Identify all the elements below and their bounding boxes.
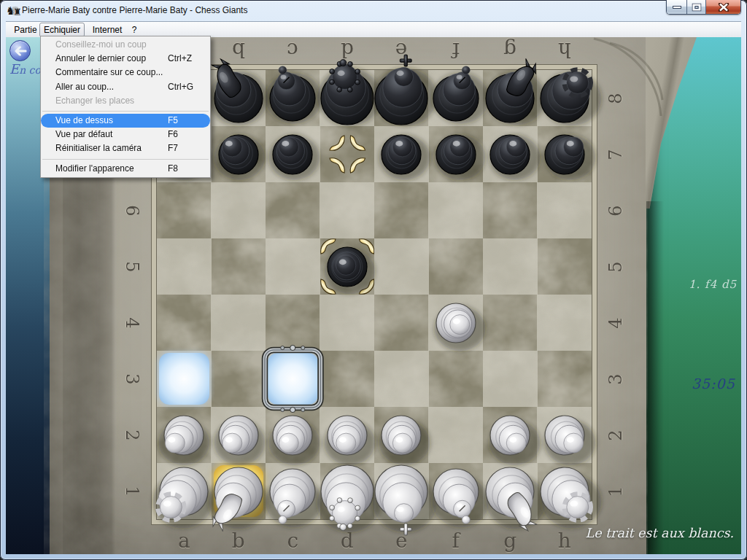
file-label-bottom-d: d — [340, 529, 355, 553]
menu-separator — [41, 108, 210, 114]
minimize-button[interactable] — [667, 0, 687, 14]
back-arrow-icon — [14, 46, 26, 55]
rank-label-right-2: 2 — [606, 426, 625, 445]
rank-label-right-6: 6 — [606, 201, 625, 220]
menu-shortcut: F8 — [168, 162, 178, 176]
rank-label-right-7: 7 — [606, 145, 625, 164]
back-button[interactable] — [9, 40, 31, 61]
menu-item-commentaire-sur-ce-coup[interactable]: Commentaire sur ce coup... — [41, 66, 210, 79]
rank-label-right-1: 1 — [606, 482, 625, 501]
file-label-top-d: d — [340, 38, 355, 62]
file-label-bottom-a: a — [177, 529, 191, 553]
file-label-top-f: f — [449, 38, 463, 62]
menu-shortcut: F6 — [168, 128, 178, 141]
rank-label-left-1: 1 — [123, 482, 142, 501]
menu-separator — [41, 156, 210, 162]
file-label-bottom-g: g — [503, 529, 517, 553]
file-label-top-c: c — [285, 38, 300, 62]
menu-item-conseillez-moi-un-coup[interactable]: Conseillez-moi un coup — [41, 38, 210, 52]
menu-item-aller-au-coup[interactable]: Aller au coup...Ctrl+G — [41, 80, 210, 94]
menubar-item-internet[interactable]: Internet — [88, 23, 126, 37]
rank-label-left-2: 2 — [123, 426, 142, 445]
board-grid[interactable] — [156, 69, 592, 520]
menu-shortcut: Ctrl+Z — [168, 52, 192, 66]
title-bar[interactable]: ♞ ♕ ♜ Pierre-Marie Baty contre Pierre-Ma… — [0, 0, 747, 22]
rank-label-right-5: 5 — [606, 257, 625, 276]
file-label-bottom-c: c — [285, 529, 300, 553]
maximize-button[interactable] — [687, 0, 706, 14]
rank-label-right-4: 4 — [606, 314, 625, 332]
menu-item-r-initialiser-la-cam-ra[interactable]: Réinitialiser la caméraF7 — [41, 141, 210, 155]
file-label-bottom-h: h — [557, 529, 572, 553]
file-label-top-g: g — [503, 38, 517, 62]
menubar-item-help[interactable]: ? — [128, 23, 140, 37]
file-label-top-b: b — [231, 38, 246, 62]
file-label-top-e: e — [394, 38, 409, 62]
menu-item-echanger-les-places[interactable]: Echanger les places — [41, 94, 210, 108]
echiquier-menu: Conseillez-moi un coupAnnuler le dernier… — [40, 36, 211, 178]
rank-label-left-4: 4 — [123, 314, 142, 332]
close-icon — [718, 3, 729, 12]
rank-label-right-8: 8 — [606, 89, 625, 108]
move-list: 1. f4 d5 — [689, 278, 737, 291]
menu-item-vue-de-dessus[interactable]: Vue de dessusF5 — [41, 114, 210, 128]
close-button[interactable] — [706, 0, 740, 14]
minimize-icon — [673, 5, 681, 9]
menu-item-annuler-le-dernier-coup[interactable]: Annuler le dernier coupCtrl+Z — [41, 52, 210, 66]
screen: ♞ ♕ ♜ Pierre-Marie Baty contre Pierre-Ma… — [0, 0, 747, 560]
file-label-bottom-f: f — [449, 529, 463, 553]
rank-label-left-6: 6 — [123, 201, 142, 220]
game-clock: 35:05 — [692, 376, 735, 392]
rank-label-right-3: 3 — [606, 370, 625, 389]
menu-shortcut: F5 — [168, 114, 178, 128]
app-window: ♞ ♕ ♜ Pierre-Marie Baty contre Pierre-Ma… — [0, 0, 747, 560]
window-title: Pierre-Marie Baty contre Pierre-Marie Ba… — [22, 5, 247, 15]
menu-item-vue-par-d-faut[interactable]: Vue par défautF6 — [41, 128, 210, 141]
caption-buttons — [666, 0, 741, 15]
hover-target-highlight[interactable] — [268, 353, 318, 405]
app-icon: ♞ ♕ ♜ — [7, 4, 20, 18]
menu-item-modifier-l-apparence[interactable]: Modifier l'apparenceF8 — [41, 162, 210, 176]
selected-square-highlight[interactable] — [214, 465, 264, 517]
menu-shortcut: F7 — [168, 141, 178, 155]
file-label-bottom-e: e — [394, 529, 409, 553]
menubar-item-echiquier[interactable]: Echiquier — [39, 23, 85, 37]
rank-label-left-3: 3 — [123, 370, 142, 389]
move-target-highlight[interactable] — [159, 353, 209, 405]
rank-label-left-5: 5 — [123, 257, 142, 276]
file-label-bottom-b: b — [231, 529, 246, 553]
menubar-item-partie[interactable]: Partie — [11, 23, 40, 37]
file-label-top-h: h — [557, 38, 572, 62]
menu-shortcut: Ctrl+G — [168, 80, 193, 94]
restore-icon — [692, 3, 701, 11]
turn-status: Le trait est aux blancs. — [586, 526, 734, 540]
menu-bar: PartieEchiquierInternet? — [6, 21, 741, 37]
